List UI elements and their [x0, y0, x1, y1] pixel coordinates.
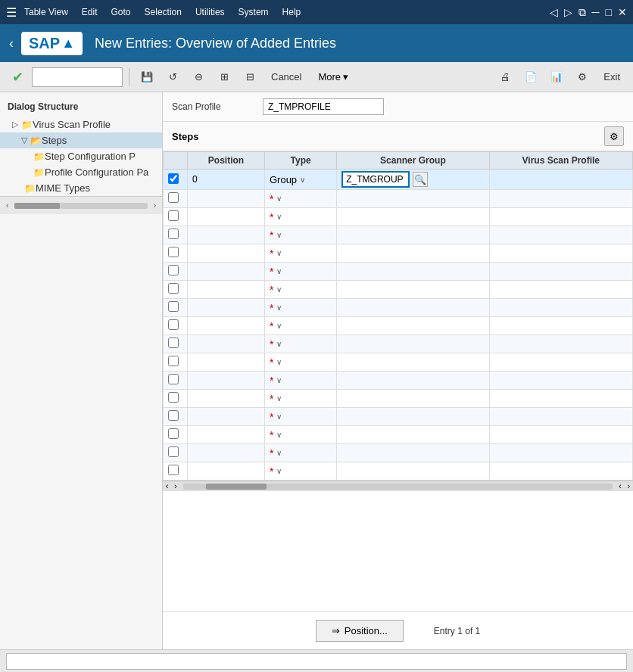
table-row: 0 Group ∨ 🔍 — [164, 170, 633, 190]
table-row: *∨ — [164, 390, 633, 408]
stop-icon: ⊖ — [195, 71, 203, 82]
position-cell-0: 0 — [188, 170, 265, 190]
row-checkbox-empty[interactable] — [168, 229, 179, 239]
hscroll-track — [183, 484, 613, 490]
sidebar-item-mime-types[interactable]: 📁 MIME Types — [0, 180, 162, 196]
row-checkbox-empty[interactable] — [168, 465, 179, 475]
back-button[interactable]: ‹ — [9, 36, 14, 51]
menu-help[interactable]: Help — [282, 7, 301, 17]
row-checkbox-empty[interactable] — [168, 374, 179, 384]
print-icon: 🖨 — [500, 71, 510, 82]
sidebar-item-step-config[interactable]: 📁 Step Configuration P — [0, 148, 162, 164]
row-checkbox-empty[interactable] — [168, 192, 179, 203]
table-row: *∨ — [164, 317, 633, 335]
row-checkbox-empty[interactable] — [168, 283, 179, 294]
position-button[interactable]: ⇒ Position... — [316, 620, 404, 642]
table-row: *∨ — [164, 190, 633, 208]
table-row: *∨ — [164, 226, 633, 244]
scan-profile-header: Scan Profile Z_TMPROFILE — [163, 92, 633, 122]
menu-edit[interactable]: Edit — [82, 7, 98, 17]
row-checkbox-empty[interactable] — [168, 210, 179, 221]
scanner-search-btn-0[interactable]: 🔍 — [413, 172, 428, 187]
row-checkbox-empty[interactable] — [168, 392, 179, 403]
row-select-cell — [164, 170, 188, 190]
nav-forward-icon[interactable]: ▷ — [564, 6, 572, 19]
row-checkbox-0[interactable] — [168, 173, 179, 184]
col-type: Type — [264, 152, 336, 170]
row-checkbox-empty[interactable] — [168, 319, 179, 330]
sidebar-item-virus-scan-profile[interactable]: ▷ 📁 Virus Scan Profile — [0, 117, 162, 132]
menu-system[interactable]: System — [239, 7, 269, 17]
save-icon: 💾 — [141, 71, 153, 82]
config-button[interactable]: ⊟ — [239, 67, 261, 88]
word-button[interactable]: 📄 — [519, 67, 542, 88]
sidebar-scroll-left[interactable]: ‹ — [3, 200, 11, 211]
sidebar-label-profile-config: Profile Configuration Pa — [45, 166, 148, 178]
menu-selection[interactable]: Selection — [145, 7, 182, 17]
menu-goto[interactable]: Goto — [111, 7, 131, 17]
close-icon[interactable]: ✕ — [618, 6, 627, 19]
hscroll-left-btn[interactable]: ‹ — [163, 482, 171, 490]
hscroll-end-right-btn[interactable]: › — [625, 482, 633, 490]
exit-button[interactable]: Exit — [597, 67, 627, 88]
cancel-button[interactable]: Cancel — [264, 67, 308, 88]
check-icon: ✔ — [12, 69, 23, 86]
entry-info: Entry 1 of 1 — [434, 626, 480, 636]
sidebar-title: Dialog Structure — [0, 98, 162, 117]
row-checkbox-empty[interactable] — [168, 446, 179, 457]
row-checkbox-empty[interactable] — [168, 338, 179, 348]
search-icon: 🔍 — [414, 174, 426, 185]
excel-button[interactable]: 📊 — [545, 67, 568, 88]
settings-icon: ⚙ — [578, 71, 587, 82]
folder-icon-step-config: 📁 — [33, 151, 45, 162]
hamburger-menu[interactable]: ☰ — [6, 5, 17, 20]
table-row: *∨ — [164, 208, 633, 226]
check-button[interactable]: ✔ — [6, 67, 29, 88]
print-button[interactable]: 🖨 — [494, 67, 516, 88]
col-scanner-group: Scanner Group — [337, 152, 489, 170]
stop-button[interactable]: ⊖ — [187, 67, 210, 88]
scan-profile-label: Scan Profile — [172, 101, 263, 112]
more-arrow-icon: ▾ — [343, 71, 348, 82]
h-scroll-bar: ‹ › ‹ › — [163, 481, 633, 491]
sidebar-item-steps[interactable]: ▽ 📂 Steps — [0, 132, 162, 148]
scanner-group-input-0[interactable] — [341, 171, 410, 188]
command-input[interactable] — [32, 67, 123, 87]
table-settings-button[interactable]: ⚙ — [604, 126, 624, 146]
row-checkbox-empty[interactable] — [168, 301, 179, 312]
type-dropdown-0[interactable]: ∨ — [300, 176, 305, 184]
hscroll-end-left-btn[interactable]: ‹ — [616, 482, 624, 490]
more-button[interactable]: More ▾ — [311, 67, 355, 88]
row-checkbox-empty[interactable] — [168, 356, 179, 366]
layout-button[interactable]: ⊞ — [213, 67, 235, 88]
hscroll-thumb — [206, 484, 267, 490]
sidebar-label-step-config: Step Configuration P — [45, 151, 136, 162]
refresh-button[interactable]: ↺ — [161, 67, 184, 88]
sidebar-scroll-bar: ‹ › — [0, 196, 162, 214]
col-checkbox — [164, 152, 188, 170]
menu-tableview[interactable]: Table View — [24, 7, 68, 17]
row-checkbox-empty[interactable] — [168, 410, 179, 421]
content-area: Scan Profile Z_TMPROFILE Steps ⚙ Positio… — [163, 92, 633, 649]
sidebar-item-profile-config[interactable]: 📁 Profile Configuration Pa — [0, 164, 162, 180]
steps-title: Steps — [172, 131, 198, 142]
save-button[interactable]: 💾 — [136, 67, 158, 88]
row-checkbox-empty[interactable] — [168, 265, 179, 275]
restore-icon[interactable]: ⧉ — [578, 6, 586, 19]
toolbar: ✔ 💾 ↺ ⊖ ⊞ ⊟ Cancel More ▾ 🖨 📄 📊 ⚙ Exit — [0, 62, 633, 92]
nav-back-icon[interactable]: ◁ — [550, 6, 558, 19]
maximize-icon[interactable]: □ — [606, 6, 612, 19]
sidebar-label-mime-types: MIME Types — [36, 182, 90, 194]
toolbar-right: 🖨 📄 📊 ⚙ Exit — [494, 67, 627, 88]
sap-logo[interactable]: SAP ▲ — [21, 32, 83, 55]
row-checkbox-empty[interactable] — [168, 247, 179, 257]
sidebar-scroll-right[interactable]: › — [151, 200, 159, 211]
hscroll-right-btn[interactable]: › — [171, 482, 179, 490]
settings-button[interactable]: ⚙ — [571, 67, 594, 88]
menu-utilities[interactable]: Utilities — [195, 7, 225, 17]
minimize-icon[interactable]: ─ — [592, 6, 600, 19]
status-input[interactable] — [6, 653, 627, 670]
row-checkbox-empty[interactable] — [168, 428, 179, 439]
position-arrow-icon: ⇒ — [332, 625, 340, 636]
sidebar-hscroll-track — [14, 203, 147, 209]
